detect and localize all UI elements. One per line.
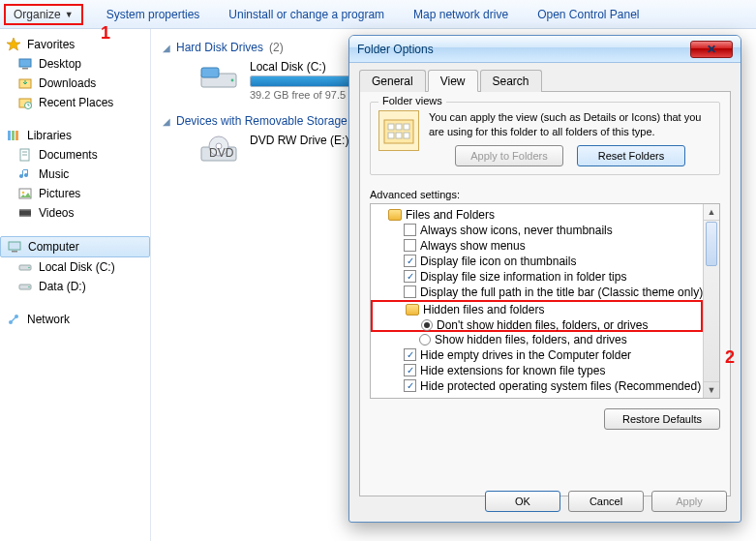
sidebar-item-recent[interactable]: Recent Places [0,93,150,112]
tree-row[interactable]: Hide protected operating system files (R… [400,378,703,394]
checkbox[interactable] [404,255,416,267]
svg-rect-6 [8,131,11,140]
tree-row[interactable]: Don't show hidden files, folders, or dri… [417,317,701,333]
tree-row[interactable]: Hide extensions for known file types [400,363,703,378]
label: Hide protected operating system files (R… [420,379,701,393]
removable-title: Devices with Removable Storage [176,114,348,128]
dialog-title: Folder Options [357,43,434,56]
label: Pictures [39,187,80,200]
reset-folders-button[interactable]: Reset Folders [577,145,685,166]
checkbox[interactable] [404,364,416,376]
radio[interactable] [419,334,431,346]
pictures-icon [17,186,33,201]
network-header[interactable]: Network [0,310,150,329]
label: Documents [39,148,98,162]
label: Hide extensions for known file types [420,364,605,377]
highlight-hidden-files: Hidden files and foldersDon't show hidde… [371,300,703,332]
drive-icon [17,279,33,294]
svg-line-25 [12,317,15,321]
radio[interactable] [421,319,433,331]
folder-options-dialog: Folder Options ✕ General View Search Fol… [348,35,741,523]
tree-row[interactable]: Hide empty drives in the Computer folder [400,347,703,363]
toolbar: Organize ▼ System properties Uninstall o… [0,0,756,29]
label: Don't show hidden files, folders, or dri… [437,318,648,332]
sidebar-item-localdisk-c[interactable]: Local Disk (C:) [0,257,150,277]
folder-icon [388,209,402,221]
libraries-group: Libraries Documents Music Pictures Video… [0,126,150,223]
organize-menu[interactable]: Organize ▼ [4,4,83,25]
libraries-icon [6,128,21,143]
chevron-down-icon: ▼ [65,10,74,19]
folder-views-text: You can apply the view (such as Details … [429,110,711,139]
tree-row[interactable]: Hidden files and folders [402,302,701,317]
system-properties-link[interactable]: System properties [101,4,206,25]
advanced-settings-box: Files and FoldersAlways show icons, neve… [370,203,720,399]
label: Network [27,313,70,326]
svg-rect-15 [19,209,31,211]
tab-search[interactable]: Search [480,70,542,92]
apply-to-folders-button[interactable]: Apply to Folders [455,145,563,166]
network-icon [6,312,21,327]
sidebar-item-downloads[interactable]: Downloads [0,74,150,93]
label: Display the full path in the title bar (… [420,286,703,299]
libraries-header[interactable]: Libraries [0,126,150,145]
collapse-icon: ◢ [163,116,170,127]
svg-rect-37 [388,133,394,138]
favorites-header[interactable]: Favorites [0,35,150,54]
checkbox[interactable] [404,270,416,283]
downloads-icon [17,75,33,91]
svg-rect-1 [19,59,31,67]
svg-rect-8 [15,131,18,140]
organize-label: Organize [14,8,61,21]
tree-row[interactable]: Display the full path in the title bar (… [400,285,703,300]
checkbox[interactable] [404,239,416,252]
map-network-drive-link[interactable]: Map network drive [408,4,514,25]
tree-row[interactable]: Always show icons, never thumbnails [400,223,703,238]
dialog-titlebar[interactable]: Folder Options ✕ [349,36,741,63]
cancel-button[interactable]: Cancel [568,491,644,512]
svg-point-22 [28,286,30,288]
scrollbar[interactable]: ▲ ▼ [703,204,719,398]
checkbox[interactable] [404,224,416,236]
sidebar-item-desktop[interactable]: Desktop [0,54,150,74]
svg-marker-0 [7,38,20,50]
tree-row[interactable]: Display file size information in folder … [400,269,703,285]
videos-icon [17,205,33,221]
tab-view-pane: Folder views You can apply the view (suc… [359,92,731,496]
tree-row[interactable]: Display file icon on thumbnails [400,254,703,269]
checkbox[interactable] [404,348,416,361]
label: Desktop [39,57,81,71]
svg-point-28 [231,79,234,82]
drive-info: DVD RW Drive (E:) [250,134,348,147]
advanced-settings-list[interactable]: Files and FoldersAlways show icons, neve… [371,204,703,398]
scroll-thumb[interactable] [706,222,717,266]
checkbox[interactable] [404,379,416,392]
music-icon [17,166,33,182]
open-control-panel-link[interactable]: Open Control Panel [531,4,645,25]
sidebar-item-pictures[interactable]: Pictures [0,184,150,203]
sidebar-item-videos[interactable]: Videos [0,203,150,223]
tab-general[interactable]: General [359,70,426,92]
folder-views-legend: Folder views [378,95,446,106]
drive-name: DVD RW Drive (E:) [250,134,348,147]
close-button[interactable]: ✕ [690,41,733,58]
tree-row[interactable]: Show hidden files, folders, and drives [415,332,703,347]
scroll-down-icon[interactable]: ▼ [704,381,719,398]
label: Files and Folders [406,208,495,222]
sidebar-item-data-d[interactable]: Data (D:) [0,277,150,296]
tree-row[interactable]: Files and Folders [384,207,703,223]
apply-button[interactable]: Apply [651,491,727,512]
restore-defaults-button[interactable]: Restore Defaults [604,408,720,430]
computer-group: Computer Local Disk (C:) Data (D:) [0,236,150,296]
sidebar-item-music[interactable]: Music [0,165,150,184]
svg-rect-2 [22,68,28,70]
tab-view[interactable]: View [428,70,478,92]
computer-header[interactable]: Computer [0,236,150,257]
tree-row[interactable]: Always show menus [400,238,703,254]
tab-strip: General View Search [359,69,731,92]
scroll-up-icon[interactable]: ▲ [704,204,719,221]
uninstall-link[interactable]: Uninstall or change a program [223,4,390,25]
ok-button[interactable]: OK [485,491,560,512]
sidebar-item-documents[interactable]: Documents [0,145,150,165]
checkbox[interactable] [404,286,416,298]
